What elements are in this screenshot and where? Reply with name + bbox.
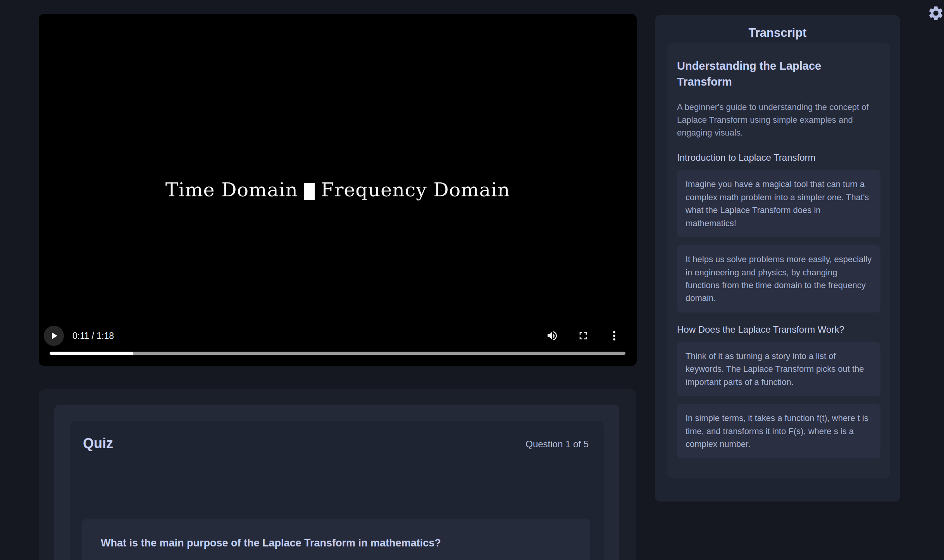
settings-button[interactable] bbox=[927, 5, 944, 22]
section-heading-how-it-works: How Does the Laplace Transform Work? bbox=[677, 324, 880, 335]
transcript-segment[interactable]: It helps us solve problems more easily, … bbox=[677, 245, 880, 313]
caption-frequency-domain: Frequency Domain bbox=[321, 179, 510, 201]
volume-button[interactable] bbox=[546, 329, 559, 342]
app-screen: Time Domain Frequency Domain 0:11 / 1:18 bbox=[0, 0, 944, 560]
transcript-card: Understanding the Laplace Transform A be… bbox=[667, 43, 890, 478]
transcript-segment[interactable]: Think of it as turning a story into a li… bbox=[677, 342, 880, 396]
quiz-card: Quiz Question 1 of 5 What is the main pu… bbox=[70, 421, 604, 560]
solid-block-glyph bbox=[304, 183, 315, 200]
time-display: 0:11 / 1:18 bbox=[72, 331, 114, 341]
video-progress-played bbox=[50, 352, 133, 355]
transcript-segment[interactable]: In simple terms, it takes a function f(t… bbox=[677, 404, 880, 458]
lesson-description: A beginner's guide to understanding the … bbox=[677, 101, 880, 139]
quiz-title: Quiz bbox=[83, 436, 113, 450]
section-heading-introduction: Introduction to Laplace Transform bbox=[677, 152, 880, 163]
lesson-title: Understanding the Laplace Transform bbox=[677, 58, 871, 90]
caption-time-domain: Time Domain bbox=[165, 179, 298, 201]
video-progress-bar[interactable] bbox=[50, 352, 625, 355]
more-options-button[interactable] bbox=[608, 329, 621, 342]
play-button[interactable] bbox=[44, 326, 64, 346]
fullscreen-icon bbox=[577, 330, 589, 342]
gear-icon bbox=[927, 5, 944, 22]
play-icon bbox=[48, 330, 60, 342]
question-card: What is the main purpose of the Laplace … bbox=[82, 519, 590, 560]
video-controls-bar: 0:11 / 1:18 bbox=[44, 326, 632, 346]
transcript-panel: Transcript Understanding the Laplace Tra… bbox=[655, 15, 900, 502]
transcript-segment[interactable]: Imagine you have a magical tool that can… bbox=[677, 170, 880, 237]
video-player[interactable]: Time Domain Frequency Domain 0:11 / 1:18 bbox=[39, 14, 637, 366]
volume-up-icon bbox=[546, 330, 558, 342]
video-frame-caption: Time Domain Frequency Domain bbox=[39, 14, 637, 366]
quiz-question-counter: Question 1 of 5 bbox=[525, 439, 589, 450]
transcript-title: Transcript bbox=[655, 15, 900, 43]
quiz-section: Quiz Question 1 of 5 What is the main pu… bbox=[39, 389, 636, 560]
question-text: What is the main purpose of the Laplace … bbox=[101, 537, 572, 549]
fullscreen-button[interactable] bbox=[577, 329, 590, 342]
quiz-panel: Quiz Question 1 of 5 What is the main pu… bbox=[54, 405, 619, 560]
kebab-menu-icon bbox=[608, 330, 620, 342]
quiz-header: Quiz Question 1 of 5 bbox=[70, 421, 604, 450]
